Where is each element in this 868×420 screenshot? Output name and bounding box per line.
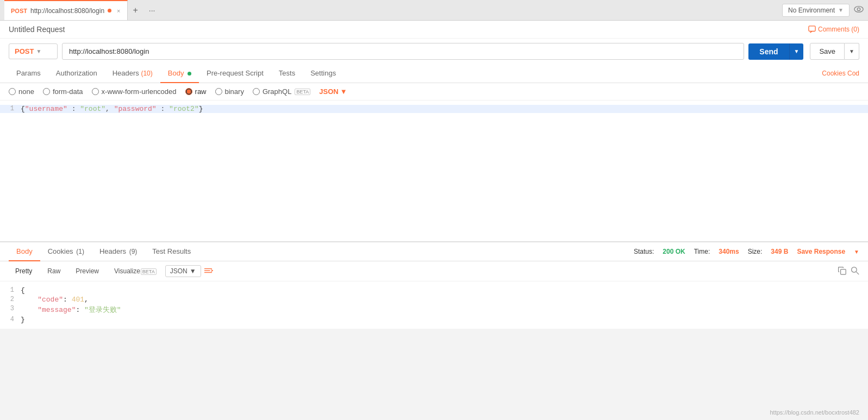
active-tab[interactable]: POST http://localhost:8080/login × — [4, 0, 128, 20]
radio-none[interactable] — [9, 88, 16, 95]
tab-bar: POST http://localhost:8080/login × + ···… — [0, 0, 868, 21]
resp-sub-tab-pretty[interactable]: Pretty — [9, 265, 39, 278]
resp-line-1: 1 { — [0, 286, 868, 295]
json-type-button[interactable]: JSON ▼ — [319, 87, 347, 96]
eye-button[interactable] — [854, 5, 864, 15]
radio-form-data[interactable] — [43, 88, 50, 95]
svg-rect-2 — [809, 26, 815, 32]
svg-point-1 — [857, 8, 860, 10]
tab-authorization[interactable]: Authorization — [48, 64, 105, 83]
json-type-chevron-icon: ▼ — [340, 87, 347, 96]
option-urlencoded[interactable]: x-www-form-urlencoded — [92, 87, 177, 96]
tab-headers[interactable]: Headers (10) — [105, 64, 160, 83]
visualize-beta-badge: BETA — [141, 268, 157, 275]
body-options: none form-data x-www-form-urlencoded raw… — [0, 83, 868, 101]
request-tabs: Params Authorization Headers (10) Body P… — [0, 64, 868, 83]
resp-sub-tab-raw[interactable]: Raw — [41, 265, 67, 278]
response-tabs: Body Cookies (1) Headers (9) Test Result… — [0, 242, 868, 261]
resp-tab-headers[interactable]: Headers (9) — [92, 242, 145, 261]
resp-json-type-dropdown[interactable]: JSON ▼ — [165, 265, 201, 277]
resp-json-label: JSON — [170, 267, 188, 275]
tab-close-icon[interactable]: × — [117, 8, 120, 14]
resp-tools — [838, 266, 859, 277]
request-title: Untitled Request — [9, 25, 65, 34]
send-dropdown-button[interactable]: ▼ — [789, 43, 804, 60]
resp-line-3: 3 "message": "登录失败" — [0, 304, 868, 315]
copy-icon[interactable] — [838, 266, 846, 277]
svg-rect-7 — [841, 269, 846, 274]
tab-env-area: No Environment ▼ — [782, 4, 864, 17]
time-value: 340ms — [719, 248, 739, 255]
svg-point-8 — [852, 267, 857, 272]
tab-method-badge: POST — [11, 8, 27, 14]
tab-params[interactable]: Params — [9, 64, 48, 83]
resp-sub-tab-preview[interactable]: Preview — [69, 265, 105, 278]
resp-tab-cookies[interactable]: Cookies (1) — [40, 242, 92, 261]
radio-raw[interactable] — [185, 88, 192, 95]
bottom-url: https://blog.csdn.net/bocxtrost482 — [770, 409, 860, 416]
headers-badge: (10) — [141, 70, 152, 77]
method-value: POST — [15, 47, 34, 55]
resp-line-2: 2 "code": 401, — [0, 295, 868, 304]
resp-headers-badge: (9) — [129, 248, 138, 255]
code-line-1: 1 {"username" : "root", "password" : "ro… — [0, 105, 868, 113]
tab-add-button[interactable]: + — [128, 5, 143, 15]
save-resp-chevron-icon[interactable]: ▼ — [854, 249, 859, 255]
radio-binary[interactable] — [215, 88, 222, 95]
option-none[interactable]: none — [9, 87, 34, 96]
comments-link[interactable]: Comments (0) — [808, 26, 859, 33]
response-status-area: Status: 200 OK Time: 340ms Size: 349 B S… — [634, 248, 859, 255]
tab-settings[interactable]: Settings — [303, 64, 344, 83]
option-raw[interactable]: raw — [185, 87, 207, 96]
option-binary[interactable]: binary — [215, 87, 244, 96]
send-button[interactable]: Send — [748, 43, 789, 60]
title-bar: Untitled Request Comments (0) — [0, 21, 868, 39]
response-body-area: 1 { 2 "code": 401, 3 "message": "登录失败" 4… — [0, 281, 868, 329]
request-body-editor[interactable]: 1 {"username" : "root", "password" : "ro… — [0, 101, 868, 242]
wrap-icon[interactable] — [203, 267, 213, 276]
url-input[interactable] — [62, 43, 744, 60]
resp-json-chevron-icon: ▼ — [190, 267, 196, 275]
save-button[interactable]: Save — [810, 43, 845, 60]
save-response-button[interactable]: Save Response — [797, 248, 845, 255]
tab-more-button[interactable]: ··· — [143, 6, 161, 15]
graphql-beta-badge: BETA — [295, 89, 310, 95]
json-type-label: JSON — [319, 87, 338, 96]
cookies-code-link[interactable]: Cookies Cod — [822, 70, 859, 77]
method-select[interactable]: POST ▼ — [9, 43, 58, 59]
url-bar: POST ▼ Send ▼ Save ▼ — [0, 39, 868, 64]
tab-dot — [108, 9, 111, 12]
cookies-badge: (1) — [76, 248, 84, 255]
env-label: No Environment — [788, 7, 835, 14]
save-dropdown-button[interactable]: ▼ — [845, 43, 859, 60]
radio-urlencoded[interactable] — [92, 88, 99, 95]
tab-url: http://localhost:8080/login — [30, 7, 104, 15]
env-chevron-icon: ▼ — [838, 7, 844, 13]
status-label: Status: — [634, 248, 654, 255]
option-graphql[interactable]: GraphQLBETA — [253, 87, 310, 96]
status-value: 200 OK — [663, 248, 685, 255]
response-sub-tabs: Pretty Raw Preview VisualizeBETA JSON ▼ — [0, 261, 868, 281]
resp-tab-body[interactable]: Body — [9, 242, 40, 261]
method-chevron-icon: ▼ — [36, 48, 41, 54]
size-label: Size: — [748, 248, 763, 255]
tab-pre-request[interactable]: Pre-request Script — [199, 64, 271, 83]
request-section: Untitled Request Comments (0) POST ▼ Sen… — [0, 21, 868, 242]
option-form-data[interactable]: form-data — [43, 87, 83, 96]
svg-line-9 — [856, 272, 859, 274]
search-icon[interactable] — [851, 266, 859, 277]
resp-sub-tab-visualize[interactable]: VisualizeBETA — [108, 265, 163, 278]
tab-body[interactable]: Body — [160, 64, 199, 83]
env-selector[interactable]: No Environment ▼ — [782, 4, 850, 17]
tab-tests[interactable]: Tests — [271, 64, 303, 83]
send-button-group: Send ▼ — [748, 43, 803, 60]
radio-graphql[interactable] — [253, 88, 260, 95]
comments-label: Comments (0) — [818, 26, 859, 33]
save-button-group: Save ▼ — [810, 43, 859, 60]
svg-point-0 — [854, 6, 863, 12]
resp-tab-test-results[interactable]: Test Results — [145, 242, 198, 261]
time-label: Time: — [694, 248, 710, 255]
response-section: Body Cookies (1) Headers (9) Test Result… — [0, 242, 868, 329]
size-value: 349 B — [771, 248, 788, 255]
resp-line-4: 4 } — [0, 315, 868, 324]
